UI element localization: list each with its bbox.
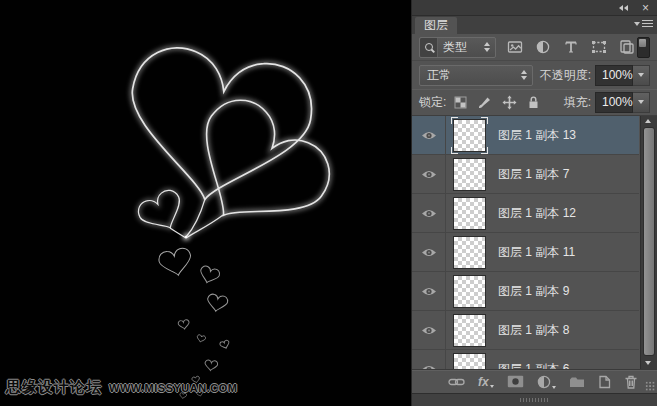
- scroll-down-icon[interactable]: [645, 361, 651, 365]
- blend-row: 正常 不透明度: 100%: [412, 61, 657, 89]
- opacity-label: 不透明度:: [540, 67, 591, 84]
- layer-row[interactable]: 图层 1 副本 8: [412, 311, 639, 350]
- eye-icon: [421, 247, 437, 258]
- visibility-toggle[interactable]: [412, 272, 446, 310]
- scrollbar-thumb[interactable]: [643, 127, 655, 356]
- layer-thumbnail[interactable]: [451, 234, 488, 271]
- new-layer-icon[interactable]: [598, 375, 611, 389]
- visibility-toggle[interactable]: [412, 311, 446, 349]
- lock-row: 锁定: 填充: 100%: [412, 89, 657, 116]
- fill-dropdown-icon[interactable]: [633, 92, 650, 113]
- layer-name[interactable]: 图层 1 副本 7: [498, 166, 569, 183]
- opacity-dropdown-icon[interactable]: [633, 65, 650, 86]
- eye-icon: [421, 325, 437, 336]
- filter-row: 类型: [412, 34, 657, 61]
- lock-brush-icon[interactable]: [477, 95, 492, 109]
- lock-transparent-icon[interactable]: [454, 96, 467, 109]
- adjustment-icon: [537, 375, 551, 389]
- layer-row[interactable]: 图层 1 副本 6: [412, 350, 639, 369]
- eye-icon: [421, 169, 437, 180]
- link-icon[interactable]: [448, 377, 465, 387]
- watermark: 思缘设计论坛WWW.MISSYUAN.COM: [6, 378, 237, 397]
- watermark-text: 思缘设计论坛: [6, 378, 102, 395]
- filter-type-label: 类型: [438, 39, 467, 56]
- panel-tab-row: 图层: [412, 16, 657, 34]
- fx-icon: fx: [478, 376, 489, 388]
- layer-name[interactable]: 图层 1 副本 6: [498, 361, 569, 370]
- filter-toggle[interactable]: [637, 37, 650, 58]
- layer-thumbnail[interactable]: [451, 273, 488, 310]
- layer-thumbnail[interactable]: [451, 351, 488, 370]
- layer-list: 图层 1 副本 13 图层 1 副本 7 图层 1 副本 12: [412, 116, 657, 369]
- close-icon[interactable]: ×: [642, 3, 649, 13]
- lock-label: 锁定:: [419, 94, 446, 111]
- smart-object-filter-icon[interactable]: [619, 39, 635, 55]
- adjustment-filter-icon[interactable]: [535, 39, 551, 55]
- collapse-panel-icon[interactable]: [619, 5, 628, 11]
- visibility-toggle[interactable]: [412, 233, 446, 271]
- layer-row[interactable]: 图层 1 副本 12: [412, 194, 639, 233]
- search-icon: [420, 38, 438, 57]
- layer-row[interactable]: 图层 1 副本 7: [412, 155, 639, 194]
- layer-name[interactable]: 图层 1 副本 8: [498, 322, 569, 339]
- tab-layers[interactable]: 图层: [415, 17, 457, 34]
- layer-row[interactable]: 图层 1 副本 11: [412, 233, 639, 272]
- watermark-url: WWW.MISSYUAN.COM: [109, 382, 237, 394]
- layers-panel: × 图层 类型: [411, 0, 657, 406]
- pixel-filter-icon[interactable]: [507, 39, 523, 55]
- layer-thumbnail[interactable]: [451, 195, 488, 232]
- scrollbar[interactable]: [640, 116, 657, 369]
- layer-thumbnail[interactable]: [451, 312, 488, 349]
- document-canvas[interactable]: 思缘设计论坛WWW.MISSYUAN.COM: [0, 0, 411, 406]
- layer-name[interactable]: 图层 1 副本 12: [498, 205, 576, 222]
- dropdown-spinner-icon: [516, 70, 532, 80]
- panel-menu-icon[interactable]: [634, 20, 653, 28]
- shape-filter-icon[interactable]: [591, 39, 607, 55]
- adjustment-layer-button[interactable]: [537, 375, 556, 389]
- blend-mode-dropdown[interactable]: 正常: [419, 65, 533, 86]
- visibility-toggle[interactable]: [412, 155, 446, 193]
- visibility-toggle[interactable]: [412, 350, 446, 369]
- layer-row[interactable]: 图层 1 副本 9: [412, 272, 639, 311]
- layer-name[interactable]: 图层 1 副本 9: [498, 283, 569, 300]
- eye-icon: [421, 130, 437, 141]
- lock-move-icon[interactable]: [502, 95, 517, 110]
- visibility-toggle[interactable]: [412, 116, 446, 154]
- panel-resize-grip[interactable]: [645, 381, 655, 391]
- layer-name[interactable]: 图层 1 副本 13: [498, 127, 576, 144]
- eye-icon: [421, 208, 437, 219]
- dropdown-spinner-icon: [479, 42, 495, 52]
- scroll-up-icon[interactable]: [645, 119, 651, 123]
- layer-style-button[interactable]: fx: [478, 376, 494, 388]
- layer-thumbnail[interactable]: [451, 117, 488, 154]
- blend-mode-value: 正常: [427, 67, 451, 84]
- layer-thumbnail[interactable]: [451, 156, 488, 193]
- fill-input[interactable]: 100%: [595, 92, 633, 113]
- opacity-input[interactable]: 100%: [595, 65, 633, 86]
- layer-name[interactable]: 图层 1 副本 11: [498, 244, 575, 261]
- layer-row[interactable]: 图层 1 副本 13: [412, 116, 639, 155]
- panel-bottom-bar: fx: [412, 369, 657, 393]
- fill-label: 填充:: [564, 94, 591, 111]
- type-filter-icon[interactable]: [563, 39, 579, 55]
- hearts-artwork: [0, 0, 411, 406]
- group-icon[interactable]: [569, 376, 585, 388]
- filter-type-dropdown[interactable]: 类型: [419, 37, 496, 58]
- add-mask-icon[interactable]: [507, 375, 524, 388]
- drag-grip-icon: [520, 398, 550, 402]
- lock-all-icon[interactable]: [527, 95, 540, 109]
- eye-icon: [421, 286, 437, 297]
- trash-icon[interactable]: [624, 375, 638, 389]
- visibility-toggle[interactable]: [412, 194, 446, 232]
- panel-drag-strip[interactable]: [412, 393, 657, 406]
- panel-titlebar: ×: [412, 0, 657, 16]
